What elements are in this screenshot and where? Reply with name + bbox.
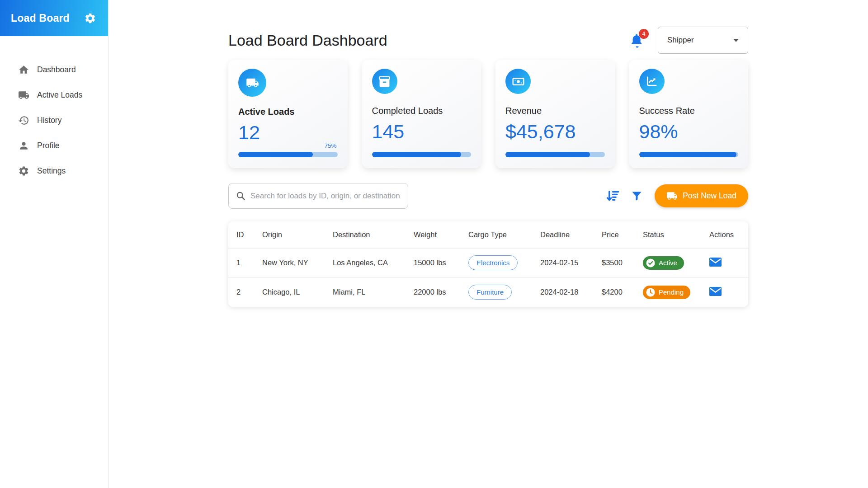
notifications-button[interactable]: 4 (630, 32, 645, 48)
status-badge: Pending (643, 286, 690, 299)
status-badge: Active (643, 256, 684, 270)
cell-id: 1 (228, 248, 254, 277)
home-icon (18, 64, 29, 75)
stat-value: 12 (238, 122, 338, 144)
stat-label: Revenue (505, 106, 605, 116)
sidebar-item-label: Profile (37, 141, 60, 150)
role-select-value: Shipper (667, 36, 694, 45)
message-button[interactable] (709, 287, 722, 296)
loads-table: ID Origin Destination Weight Cargo Type … (228, 221, 748, 307)
banknote-icon (505, 69, 531, 94)
cell-weight: 15000 lbs (406, 248, 460, 277)
progress-label: 75% (324, 142, 336, 149)
chart-line-icon (639, 69, 665, 94)
gear-icon[interactable] (84, 12, 96, 24)
column-header-cargo-type: Cargo Type (460, 221, 532, 248)
cell-destination: Miami, FL (325, 277, 406, 307)
cell-deadline: 2024-02-18 (532, 277, 594, 307)
sidebar-item-active-loads[interactable]: Active Loads (0, 82, 108, 108)
cell-id: 2 (228, 277, 254, 307)
table-row: 2 Chicago, IL Miami, FL 22000 lbs Furnit… (228, 277, 748, 307)
sidebar-item-label: Settings (37, 166, 66, 176)
filter-icon (631, 190, 643, 202)
brand-title: Load Board (11, 12, 70, 24)
cargo-type-badge: Electronics (468, 255, 518, 270)
sort-button[interactable] (606, 189, 620, 203)
gear-icon (18, 165, 29, 177)
stat-value: $45,678 (505, 121, 605, 143)
column-header-origin: Origin (254, 221, 325, 248)
stat-card-completed-loads: Completed Loads 145 (362, 60, 481, 168)
filter-button[interactable] (631, 190, 643, 202)
sidebar-item-label: History (37, 116, 61, 125)
cell-price: $4200 (594, 277, 635, 307)
envelope-icon (709, 287, 722, 296)
truck-icon (18, 89, 29, 101)
topbar: Load Board Dashboard 4 Shipper (228, 0, 748, 55)
cell-origin: Chicago, IL (254, 277, 325, 307)
cell-deadline: 2024-02-15 (532, 248, 594, 277)
cell-price: $3500 (594, 248, 635, 277)
main-content: Load Board Dashboard 4 Shipper Active Lo… (108, 0, 868, 307)
column-header-id: ID (228, 221, 254, 248)
sidebar-item-settings[interactable]: Settings (0, 158, 108, 183)
truck-icon (238, 69, 266, 97)
stat-value: 145 (372, 121, 472, 143)
stat-card-success-rate: Success Rate 98% (629, 60, 749, 168)
post-new-load-label: Post New Load (683, 191, 736, 201)
sidebar-item-dashboard[interactable]: Dashboard (0, 57, 108, 82)
sort-icon (606, 189, 620, 203)
progress-bar (505, 152, 605, 157)
envelope-icon (709, 258, 722, 267)
history-icon (18, 115, 29, 126)
search-box (228, 183, 408, 209)
sidebar-item-profile[interactable]: Profile (0, 133, 108, 158)
page-title: Load Board Dashboard (228, 32, 387, 49)
search-icon (236, 191, 246, 201)
stat-label: Completed Loads (372, 106, 472, 116)
sidebar: Load Board Dashboard Active Loads Histor… (0, 0, 108, 488)
chevron-down-icon (733, 39, 739, 42)
role-select[interactable]: Shipper (658, 27, 748, 54)
check-circle-icon (646, 258, 655, 267)
progress-bar (639, 152, 739, 157)
box-icon (372, 69, 397, 94)
clock-icon (646, 288, 655, 297)
user-icon (18, 140, 29, 151)
cargo-type-badge: Furniture (468, 285, 512, 300)
sidebar-item-history[interactable]: History (0, 108, 108, 133)
column-header-destination: Destination (325, 221, 406, 248)
stat-card-active-loads: Active Loads 12 75% (228, 60, 348, 168)
post-new-load-button[interactable]: Post New Load (655, 184, 748, 207)
progress-bar (372, 152, 472, 157)
sidebar-item-label: Active Loads (37, 90, 82, 100)
table-row: 1 New York, NY Los Angeles, CA 15000 lbs… (228, 248, 748, 277)
truck-icon (666, 190, 678, 202)
search-input[interactable] (228, 183, 408, 209)
column-header-weight: Weight (406, 221, 460, 248)
cell-weight: 22000 lbs (406, 277, 460, 307)
column-header-status: Status (635, 221, 701, 248)
stat-label: Active Loads (238, 107, 338, 117)
column-header-deadline: Deadline (532, 221, 594, 248)
sidebar-header: Load Board (0, 0, 108, 36)
progress-bar (238, 152, 338, 157)
toolbar: Post New Load (228, 183, 748, 209)
cell-origin: New York, NY (254, 248, 325, 277)
sidebar-nav: Dashboard Active Loads History Profile S… (0, 36, 108, 183)
sidebar-item-label: Dashboard (37, 65, 76, 75)
stat-label: Success Rate (639, 106, 739, 116)
cell-destination: Los Angeles, CA (325, 248, 406, 277)
stat-card-revenue: Revenue $45,678 (495, 60, 615, 168)
notification-badge: 4 (639, 29, 649, 39)
table-header-row: ID Origin Destination Weight Cargo Type … (228, 221, 748, 248)
stat-value: 98% (639, 121, 739, 143)
column-header-actions: Actions (701, 221, 748, 248)
stat-cards: Active Loads 12 75% Completed Loads 145 … (228, 60, 748, 168)
message-button[interactable] (709, 258, 722, 267)
column-header-price: Price (594, 221, 635, 248)
